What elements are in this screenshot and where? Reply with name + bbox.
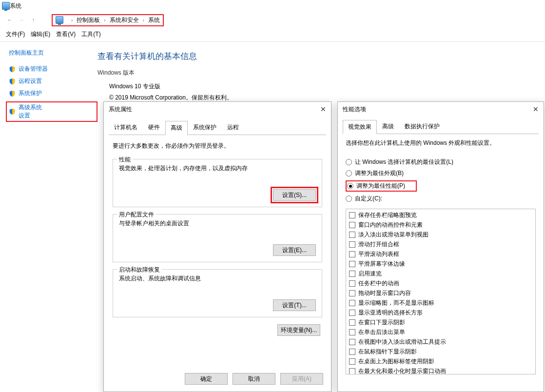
dialog-title: 系统属性 <box>109 105 132 114</box>
tab-strip: 计算机名 硬件 高级 系统保护 远程 <box>104 117 331 135</box>
startup-settings-button[interactable]: 设置(T)... <box>273 299 316 311</box>
check-item[interactable]: 在窗口下显示阴影 <box>349 318 532 327</box>
sidebar-item-remote[interactable]: 远程设置 <box>9 77 97 85</box>
checkbox-icon <box>349 300 355 306</box>
checkbox-icon <box>349 280 355 287</box>
check-item[interactable]: 窗口内的动画控件和元素 <box>349 221 532 229</box>
crumb-control-panel[interactable]: 控制面板 <box>77 16 100 24</box>
check-item[interactable]: 在最大化和最小化时显示窗口动画 <box>349 367 532 374</box>
admin-hint: 要进行大多数更改，你必须作为管理员登录。 <box>113 142 322 150</box>
sidebar-item-protection[interactable]: 系统保护 <box>9 89 97 98</box>
forward-button[interactable]: → <box>16 14 27 26</box>
check-item[interactable]: 显示缩略图，而不是显示图标 <box>349 299 532 307</box>
checkbox-icon <box>349 241 355 248</box>
check-label: 平滑屏幕字体边缘 <box>358 260 405 268</box>
radio-custom[interactable]: 自定义(C): <box>346 195 536 203</box>
check-item[interactable]: 在桌面上为图标标签使用阴影 <box>349 357 532 366</box>
shield-icon <box>9 66 16 73</box>
check-item[interactable]: 显示亚透明的选择长方形 <box>349 309 532 317</box>
tab-hardware[interactable]: 硬件 <box>143 120 165 135</box>
checkbox-icon <box>349 329 355 335</box>
check-label: 拖动时显示窗口内容 <box>358 289 411 297</box>
check-label: 在单击后淡出菜单 <box>358 328 405 336</box>
sidebar: 控制面板主页 设备管理器 远程设置 系统保护 高级系统设置 <box>0 42 97 126</box>
checkbox-icon <box>349 290 355 296</box>
sidebar-item-device-manager[interactable]: 设备管理器 <box>9 65 97 73</box>
system-icon <box>2 2 10 10</box>
tab-advanced[interactable]: 高级 <box>377 119 399 134</box>
radio-best-performance[interactable]: 调整为最佳性能(P) <box>346 180 417 192</box>
check-label: 在桌面上为图标标签使用阴影 <box>358 357 434 366</box>
check-item[interactable]: 保存任务栏缩略图预览 <box>349 211 532 219</box>
edition-text: Windows 10 专业版 <box>109 81 545 92</box>
apply-button[interactable]: 应用(A) <box>280 373 323 385</box>
tab-computer-name[interactable]: 计算机名 <box>109 120 143 135</box>
visual-hint: 选择你想在此计算机上使用的 Windows 外观和性能设置。 <box>346 139 536 147</box>
check-item[interactable]: 在鼠标指针下显示阴影 <box>349 348 532 356</box>
check-label: 任务栏中的动画 <box>358 279 399 288</box>
tab-remote[interactable]: 远程 <box>222 120 244 135</box>
tab-visual-effects[interactable]: 视觉效果 <box>343 120 377 134</box>
shield-icon <box>9 78 16 85</box>
chevron-right-icon: › <box>104 18 105 23</box>
startup-recovery-group: 启动和故障恢复 系统启动、系统故障和调试信息 设置(T)... <box>113 269 322 317</box>
menu-view[interactable]: 查看(V) <box>54 29 78 39</box>
crumb-system-security[interactable]: 系统和安全 <box>110 16 139 24</box>
check-item[interactable]: 在视图中淡入淡出或滑动工具提示 <box>349 338 532 346</box>
up-button[interactable]: ↑ <box>27 14 39 26</box>
checkbox-icon <box>349 358 355 365</box>
menu-tools[interactable]: 工具(T) <box>79 29 102 39</box>
menu-edit[interactable]: 编辑(E) <box>29 29 52 39</box>
window-title: 系统 <box>10 2 21 10</box>
tab-system-protection[interactable]: 系统保护 <box>188 120 222 135</box>
control-panel-home-link[interactable]: 控制面板主页 <box>9 49 97 57</box>
dialog-footer: 确定 取消 应用(A) <box>104 368 331 392</box>
menu-bar: 文件(F) 编辑(E) 查看(V) 工具(T) <box>0 28 545 42</box>
monitor-icon <box>56 16 63 24</box>
effects-checklist[interactable]: 保存任务栏缩略图预览窗口内的动画控件和元素淡入淡出或滑动菜单到视图滑动打开组合框… <box>346 209 536 374</box>
cancel-button[interactable]: 取消 <box>233 373 275 385</box>
performance-options-dialog: 性能选项 ✕ 视觉效果 高级 数据执行保护 选择你想在此计算机上使用的 Wind… <box>337 101 544 392</box>
group-legend: 用户配置文件 <box>117 211 156 219</box>
sidebar-item-label: 设备管理器 <box>19 65 48 73</box>
radio-let-windows[interactable]: 让 Windows 选择计算机的最佳设置(L) <box>346 158 536 166</box>
check-item[interactable]: 滑动打开组合框 <box>349 240 532 249</box>
check-item[interactable]: 平滑滚动列表框 <box>349 250 532 258</box>
group-legend: 启动和故障恢复 <box>117 266 162 274</box>
back-button[interactable]: ← <box>4 14 16 26</box>
check-item[interactable]: 在单击后淡出菜单 <box>349 328 532 336</box>
window-titlebar: 系统 <box>0 0 545 12</box>
check-label: 平滑滚动列表框 <box>358 250 399 258</box>
shield-icon <box>9 108 16 115</box>
check-item[interactable]: 任务栏中的动画 <box>349 279 532 288</box>
radio-label: 调整为最佳外观(B) <box>355 169 404 177</box>
performance-settings-button[interactable]: 设置(S)... <box>273 189 316 201</box>
check-label: 在窗口下显示阴影 <box>358 318 405 327</box>
ok-button[interactable]: 确定 <box>185 373 228 385</box>
profile-settings-button[interactable]: 设置(E)... <box>273 244 316 256</box>
check-item[interactable]: 平滑屏幕字体边缘 <box>349 260 532 268</box>
close-button[interactable]: ✕ <box>533 105 539 113</box>
menu-file[interactable]: 文件(F) <box>4 29 27 39</box>
check-item[interactable]: 启用速览 <box>349 270 532 278</box>
close-button[interactable]: ✕ <box>320 105 326 113</box>
user-profile-group: 用户配置文件 与登录帐户相关的桌面设置 设置(E)... <box>113 214 322 262</box>
group-legend: 性能 <box>117 156 133 164</box>
checkbox-icon <box>349 368 355 374</box>
tab-dep[interactable]: 数据执行保护 <box>399 119 445 134</box>
radio-label: 自定义(C): <box>355 195 382 203</box>
check-label: 显示亚透明的选择长方形 <box>358 309 423 317</box>
checkbox-icon <box>349 271 355 277</box>
dialog-titlebar: 系统属性 ✕ <box>104 102 331 117</box>
environment-variables-button[interactable]: 环境变量(N)... <box>277 324 320 336</box>
check-item[interactable]: 淡入淡出或滑动菜单到视图 <box>349 231 532 239</box>
check-label: 在视图中淡入淡出或滑动工具提示 <box>358 338 446 346</box>
check-label: 启用速览 <box>358 270 382 278</box>
radio-best-appearance[interactable]: 调整为最佳外观(B) <box>346 169 536 177</box>
tab-advanced[interactable]: 高级 <box>165 121 188 135</box>
check-label: 在鼠标指针下显示阴影 <box>358 348 417 356</box>
check-item[interactable]: 拖动时显示窗口内容 <box>349 289 532 297</box>
crumb-system[interactable]: 系统 <box>148 16 160 24</box>
sidebar-item-advanced[interactable]: 高级系统设置 <box>6 101 97 122</box>
breadcrumb[interactable]: › 控制面板 › 系统和安全 › 系统 <box>52 14 164 26</box>
